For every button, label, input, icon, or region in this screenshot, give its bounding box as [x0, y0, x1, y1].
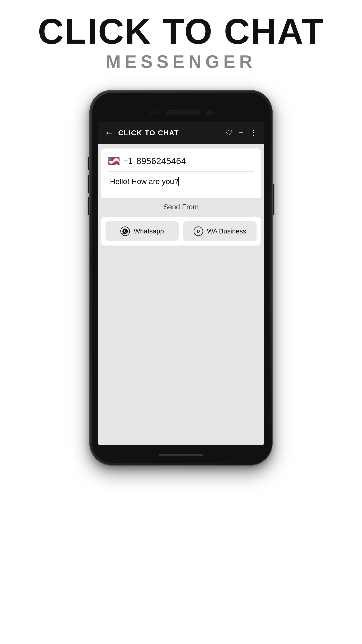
wa-business-button-label: WA Business [207, 228, 246, 235]
app-topbar: ← CLICK TO CHAT ♡ + ⋮ [98, 122, 264, 144]
content-card: 🇺🇸 +1 8956245464 Hello! How are you? [101, 148, 261, 198]
heart-icon[interactable]: ♡ [225, 128, 232, 138]
message-text[interactable]: Hello! How are you? [110, 177, 178, 186]
back-button[interactable]: ← [104, 128, 114, 138]
plus-icon[interactable]: + [239, 128, 243, 138]
page-title-sub: MESSENGER [0, 52, 362, 72]
sensor-dot-2 [156, 111, 160, 114]
phone-number[interactable]: 8956245464 [136, 156, 254, 166]
phone-side-button-right [273, 184, 274, 215]
phone-home-bar [159, 454, 203, 456]
phone-mockup: ← CLICK TO CHAT ♡ + ⋮ 🇺🇸 +1 8956245464 [89, 90, 273, 466]
page-header: CLICK TO CHAT MESSENGER [0, 0, 362, 81]
phone-side-button-power [88, 157, 89, 170]
svg-text:B: B [197, 229, 200, 234]
speaker-grille [166, 110, 200, 115]
phone-top-hardware [92, 105, 270, 120]
country-code: +1 [124, 156, 133, 166]
message-area[interactable]: Hello! How are you? [108, 172, 254, 194]
sensor-dot-1 [150, 111, 154, 114]
wa-business-icon: B [194, 226, 203, 236]
phone-bezel: ← CLICK TO CHAT ♡ + ⋮ 🇺🇸 +1 8956245464 [92, 92, 270, 463]
wa-business-button[interactable]: B WA Business [183, 222, 257, 241]
send-from-section: Send From [98, 198, 264, 217]
phone-side-button-vol-down [88, 197, 89, 215]
front-camera [206, 110, 212, 116]
whatsapp-icon [120, 226, 130, 236]
sensor-dots [150, 111, 160, 114]
cursor [178, 177, 179, 186]
country-flag: 🇺🇸 [108, 155, 120, 167]
topbar-icons: ♡ + ⋮ [225, 128, 258, 138]
whatsapp-button[interactable]: Whatsapp [105, 222, 179, 241]
menu-icon[interactable]: ⋮ [250, 128, 258, 138]
send-from-label: Send From [98, 203, 264, 211]
page-title-main: CLICK TO CHAT [0, 14, 362, 49]
phone-input-row[interactable]: 🇺🇸 +1 8956245464 [108, 155, 254, 172]
topbar-title: CLICK TO CHAT [118, 129, 221, 137]
phone-screen: ← CLICK TO CHAT ♡ + ⋮ 🇺🇸 +1 8956245464 [98, 122, 264, 445]
whatsapp-button-label: Whatsapp [134, 228, 164, 235]
buttons-card: Whatsapp B WA Business [101, 217, 261, 246]
phone-side-button-vol-up [88, 175, 89, 193]
